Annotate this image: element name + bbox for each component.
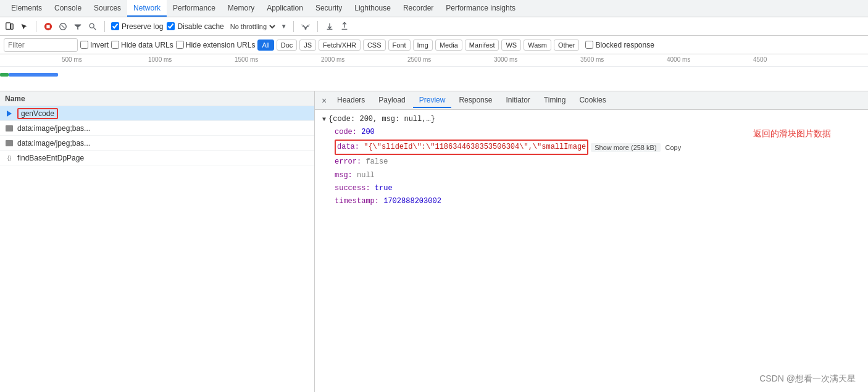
list-item-image2[interactable]: data:image/jpeg;bas... <box>0 136 314 151</box>
list-item-image1[interactable]: data:image/jpeg;bas... <box>0 121 314 136</box>
filter-btn-css[interactable]: CSS <box>363 40 386 51</box>
tab-sources[interactable]: Sources <box>88 0 127 17</box>
svg-rect-1 <box>11 23 14 29</box>
tab-performance[interactable]: Performance <box>167 0 222 17</box>
list-item-name-genvcode: genVcode <box>17 108 58 119</box>
detail-tab-initiator[interactable]: Initiator <box>499 93 536 108</box>
invert-label[interactable]: Invert <box>80 41 109 49</box>
filter-btn-all[interactable]: All <box>257 40 273 51</box>
json-value-timestamp: 1702888203002 <box>383 197 441 206</box>
timeline-area: 500 ms 1000 ms 1500 ms 2000 ms 2500 ms 3… <box>0 54 868 91</box>
json-data-highlight: data: "{\"slideId\":\"118634463835350630… <box>335 140 588 155</box>
network-list-panel: Name genVcode data:image/jpeg;bas... dat… <box>0 91 315 392</box>
tab-application[interactable]: Application <box>261 0 309 17</box>
list-item-name-image1: data:image/jpeg;bas... <box>17 124 90 133</box>
hide-data-urls-label[interactable]: Hide data URLs <box>111 41 173 49</box>
json-line-timestamp: timestamp: 1702888203002 <box>322 195 861 208</box>
json-key-error: error: <box>335 157 361 166</box>
js-icon: {} <box>5 154 14 162</box>
import-har-icon[interactable] <box>339 21 350 32</box>
filter-input[interactable] <box>4 38 78 52</box>
wifi-icon[interactable] <box>300 21 311 32</box>
detail-tab-preview[interactable]: Preview <box>413 93 452 108</box>
tick-2500ms: 2500 ms <box>407 56 431 63</box>
json-key-msg: msg: <box>335 171 353 180</box>
tab-memory[interactable]: Memory <box>222 0 261 17</box>
detail-tabs: × Headers Payload Preview Response Initi… <box>315 91 868 110</box>
toolbar-divider-2 <box>104 21 105 32</box>
tab-performance-insights[interactable]: Performance insights <box>440 0 522 17</box>
json-key-timestamp: timestamp: <box>335 197 379 206</box>
detail-tab-response[interactable]: Response <box>453 93 498 108</box>
filter-icon[interactable] <box>72 21 83 32</box>
json-line-data: data: "{\"slideId\":\"118634463835350630… <box>322 139 861 156</box>
filter-btn-other[interactable]: Other <box>554 40 580 51</box>
export-har-icon[interactable] <box>324 21 335 32</box>
detail-tab-headers[interactable]: Headers <box>331 93 371 108</box>
copy-button[interactable]: Copy <box>663 143 684 152</box>
search-icon[interactable] <box>87 21 98 32</box>
json-key-code: code: <box>335 128 357 136</box>
filter-btn-js[interactable]: JS <box>299 40 316 51</box>
inspect-icon[interactable] <box>19 21 30 32</box>
filter-btn-fetchxhr[interactable]: Fetch/XHR <box>319 40 361 51</box>
tab-lighthouse[interactable]: Lighthouse <box>348 0 397 17</box>
list-item-findbaseentdppage[interactable]: {} findBaseEntDpPage <box>0 151 314 165</box>
detail-tab-payload[interactable]: Payload <box>372 93 411 108</box>
stop-recording-icon[interactable] <box>43 21 54 32</box>
tab-recorder[interactable]: Recorder <box>397 0 440 17</box>
tab-console[interactable]: Console <box>48 0 88 17</box>
hide-data-urls-checkbox[interactable] <box>111 41 119 49</box>
tick-4000ms: 4000 ms <box>667 56 690 63</box>
blocked-response-label[interactable]: Blocked response <box>585 41 654 49</box>
detail-close-button[interactable]: × <box>319 95 330 106</box>
tick-3000ms: 3000 ms <box>494 56 517 63</box>
filter-btn-doc[interactable]: Doc <box>277 40 298 51</box>
tab-security[interactable]: Security <box>309 0 348 17</box>
svg-point-8 <box>305 28 306 29</box>
json-line-success: success: true <box>322 182 861 195</box>
disable-cache-label[interactable]: Disable cache <box>167 22 223 31</box>
blocked-response-checkbox[interactable] <box>585 41 593 49</box>
filter-btn-manifest[interactable]: Manifest <box>465 40 499 51</box>
show-more-button[interactable]: Show more (258 kB) <box>591 143 660 152</box>
hide-extension-urls-checkbox[interactable] <box>176 41 184 49</box>
timeline-bar-green <box>0 73 9 77</box>
tab-network[interactable]: Network <box>127 0 167 17</box>
preserve-log-checkbox[interactable] <box>111 22 119 30</box>
filter-btn-img[interactable]: Img <box>413 40 433 51</box>
filter-btn-media[interactable]: Media <box>435 40 462 51</box>
json-line-error: error: false <box>322 156 861 169</box>
tick-1500ms: 1500 ms <box>235 56 258 63</box>
json-collapse-icon[interactable]: ▼ <box>322 116 326 123</box>
list-item-name-image2: data:image/jpeg;bas... <box>17 139 90 148</box>
filter-btn-ws[interactable]: WS <box>501 40 521 51</box>
disable-cache-checkbox[interactable] <box>167 22 175 30</box>
tick-4500: 4500 <box>753 56 767 63</box>
xhr-icon <box>5 109 14 118</box>
list-header: Name <box>0 91 314 106</box>
image-icon-1 <box>5 124 14 133</box>
invert-checkbox[interactable] <box>80 41 88 49</box>
csdn-watermark: CSDN @想看一次满天星 <box>759 373 856 385</box>
toolbar-divider-1 <box>36 21 36 32</box>
detail-tab-cookies[interactable]: Cookies <box>573 93 612 108</box>
filter-btn-wasm[interactable]: Wasm <box>524 40 551 51</box>
detail-content: ▼ {code: 200, msg: null,…} code: 200 dat… <box>315 110 868 392</box>
timeline-bar-blue <box>9 73 58 77</box>
json-value-data: "{\"slideId\":\"1186344638353506304\",\"… <box>364 143 586 151</box>
hide-extension-urls-label[interactable]: Hide extension URLs <box>176 41 256 49</box>
json-line-msg: msg: null <box>322 169 861 182</box>
json-root-line: ▼ {code: 200, msg: null,…} <box>322 115 861 123</box>
list-item-genvcode[interactable]: genVcode <box>0 106 314 121</box>
clear-icon[interactable] <box>57 21 69 32</box>
device-mode-icon[interactable] <box>4 21 15 32</box>
detail-tab-timing[interactable]: Timing <box>538 93 572 108</box>
tab-elements[interactable]: Elements <box>5 0 48 17</box>
svg-point-6 <box>90 23 94 28</box>
throttle-select[interactable]: No throttling <box>228 22 277 31</box>
json-root-text: {code: 200, msg: null,…} <box>328 115 435 123</box>
filter-btn-font[interactable]: Font <box>388 40 411 51</box>
preserve-log-label[interactable]: Preserve log <box>111 22 163 31</box>
svg-rect-3 <box>46 25 49 28</box>
